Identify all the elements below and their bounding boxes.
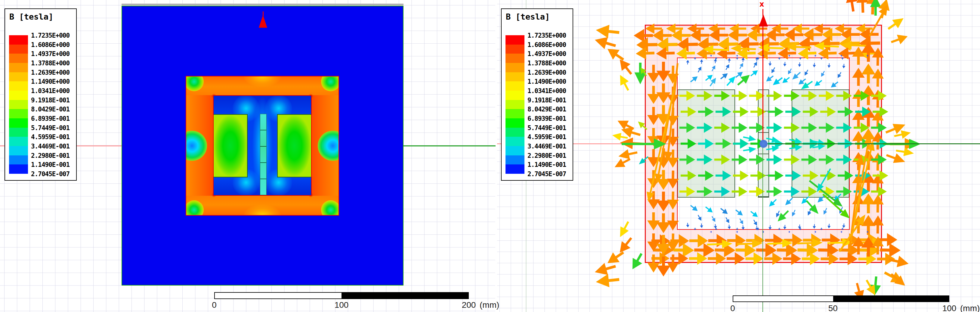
legend-band bbox=[9, 91, 28, 100]
legend-title: B [tesla] bbox=[506, 12, 550, 21]
legend-value: 1.4937E+000 bbox=[527, 50, 566, 58]
legend-value: 1.0341E+000 bbox=[527, 87, 566, 94]
legend-value: 2.7045E-007 bbox=[527, 170, 566, 178]
z-axis-negative-line bbox=[762, 144, 763, 312]
legend-right: B [tesla] 1.7235E+0001.6086E+0001.4937E+… bbox=[501, 8, 573, 181]
legend-value: 1.1490E+000 bbox=[31, 78, 70, 85]
legend-value: 5.7449E-001 bbox=[527, 124, 566, 131]
legend-value: 1.6086E+000 bbox=[31, 41, 70, 48]
legend-title: B [tesla] bbox=[10, 12, 53, 21]
legend-value: 1.7235E+000 bbox=[31, 32, 70, 39]
z-axis-line bbox=[762, 9, 764, 144]
legend-colorbar bbox=[9, 35, 28, 174]
legend-value: 1.1490E-001 bbox=[527, 161, 566, 168]
scalebar-unit: (mm) bbox=[960, 304, 980, 312]
legend-value: 8.0429E-001 bbox=[31, 106, 70, 113]
legend-value: 5.7449E-001 bbox=[31, 124, 70, 131]
legend-value: 8.0429E-001 bbox=[527, 106, 566, 113]
legend-value: 1.3788E+000 bbox=[31, 60, 70, 67]
legend-values: 1.7235E+0001.6086E+0001.4937E+0001.3788E… bbox=[31, 35, 76, 174]
legend-band bbox=[506, 128, 525, 137]
legend-band bbox=[9, 35, 28, 45]
legend-band bbox=[9, 118, 28, 128]
scalebar-black-half bbox=[833, 296, 949, 301]
legend-band bbox=[506, 35, 525, 45]
origin-marker bbox=[759, 140, 768, 148]
region-top-edge bbox=[122, 3, 404, 5]
scalebar-left: 0 100 200 (mm) bbox=[214, 292, 469, 299]
legend-value: 1.2639E+000 bbox=[527, 69, 566, 76]
axis-arrow-icon bbox=[759, 14, 768, 27]
legend-value: 3.4469E-001 bbox=[31, 143, 70, 150]
legend-band bbox=[506, 45, 525, 54]
legend-value: 6.8939E-001 bbox=[31, 115, 70, 122]
legend-band bbox=[9, 72, 28, 82]
legend-band bbox=[506, 137, 525, 146]
legend-value: 4.5959E-001 bbox=[527, 133, 566, 141]
scalebar-box bbox=[733, 296, 949, 302]
left-field-plot-viewport[interactable]: B [tesla] 1.7235E+0001.6086E+0001.4937E+… bbox=[0, 0, 495, 312]
legend-band bbox=[506, 165, 525, 174]
legend-band bbox=[9, 155, 28, 165]
scalebar-tick: 100 bbox=[942, 304, 956, 312]
legend-colorbar bbox=[506, 35, 525, 174]
legend-band bbox=[506, 72, 525, 82]
axis-label-x: x bbox=[759, 0, 764, 8]
scalebar-unit: (mm) bbox=[480, 300, 499, 310]
legend-value: 2.2980E-001 bbox=[31, 152, 70, 159]
legend-value: 9.1918E-001 bbox=[527, 97, 566, 104]
legend-band bbox=[9, 128, 28, 137]
legend-band bbox=[9, 45, 28, 54]
legend-band bbox=[9, 81, 28, 91]
legend-value: 9.1918E-001 bbox=[31, 97, 70, 104]
legend-band bbox=[506, 54, 525, 63]
legend-value: 1.6086E+000 bbox=[527, 41, 566, 48]
scalebar-tick: 200 bbox=[462, 300, 476, 310]
legend-values: 1.7235E+0001.6086E+0001.4937E+0001.3788E… bbox=[527, 35, 573, 174]
legend-band bbox=[506, 155, 525, 165]
legend-band bbox=[506, 146, 525, 155]
scalebar-tick: 0 bbox=[730, 304, 735, 312]
legend-value: 3.4469E-001 bbox=[527, 143, 566, 150]
legend-band bbox=[9, 100, 28, 109]
legend-band bbox=[506, 100, 525, 109]
left-axis-arrow-icon bbox=[259, 15, 267, 28]
left-x-axis-positive-line bbox=[404, 146, 496, 146]
legend-value: 6.8939E-001 bbox=[527, 115, 566, 122]
window-outline bbox=[213, 95, 312, 196]
legend-value: 1.0341E+000 bbox=[31, 87, 70, 94]
legend-value: 4.5959E-001 bbox=[31, 133, 70, 141]
scalebar-tick: 100 bbox=[334, 300, 349, 310]
legend-band bbox=[506, 91, 525, 100]
scalebar-black-half bbox=[342, 293, 468, 298]
legend-band bbox=[9, 146, 28, 155]
legend-band bbox=[9, 54, 28, 63]
x-axis-positive-line bbox=[764, 143, 980, 144]
legend-value: 2.2980E-001 bbox=[527, 152, 566, 159]
legend-value: 2.7045E-007 bbox=[31, 170, 70, 178]
legend-band bbox=[506, 81, 525, 91]
scalebar-right: 0 50 100 (mm) bbox=[733, 296, 949, 302]
legend-value: 1.7235E+000 bbox=[527, 32, 566, 39]
legend-value: 1.3788E+000 bbox=[527, 60, 566, 67]
scalebar-tick: 50 bbox=[828, 304, 838, 312]
legend-band bbox=[9, 165, 28, 174]
scalebar-box bbox=[214, 292, 469, 299]
legend-band bbox=[9, 137, 28, 146]
legend-band bbox=[506, 63, 525, 72]
legend-value: 1.1490E-001 bbox=[31, 161, 70, 168]
legend-band bbox=[506, 118, 525, 128]
legend-value: 1.4937E+000 bbox=[31, 50, 70, 58]
legend-band bbox=[9, 63, 28, 72]
legend-value: 1.1490E+000 bbox=[527, 78, 566, 85]
legend-band bbox=[9, 109, 28, 118]
legend-value: 1.2639E+000 bbox=[31, 69, 70, 76]
legend-band bbox=[506, 109, 525, 118]
scalebar-tick: 0 bbox=[212, 300, 216, 310]
legend-left: B [tesla] 1.7235E+0001.6086E+0001.4937E+… bbox=[5, 8, 77, 181]
